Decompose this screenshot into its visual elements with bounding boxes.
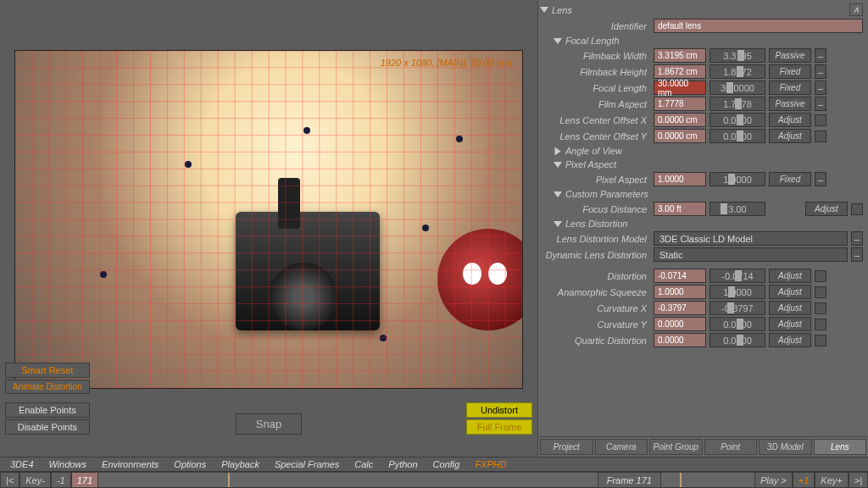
step-forward-button[interactable]: +1 [793, 472, 815, 488]
mode-adjust[interactable]: Adjust [769, 317, 811, 331]
go-to-start-button[interactable]: |< [0, 472, 19, 488]
tab-project[interactable]: Project [540, 439, 593, 455]
up-icon[interactable]: ∧ [849, 3, 863, 16]
mode-adjust[interactable]: Adjust [769, 129, 811, 143]
tab-camera[interactable]: Camera [595, 439, 648, 455]
checkbox[interactable] [815, 286, 826, 298]
filmback-width-slider[interactable]: 3.3195 [709, 48, 765, 63]
curvature-x-slider[interactable]: -0.3797 [709, 301, 765, 315]
filmback-height-slider[interactable]: 1.8672 [709, 64, 765, 79]
pixel-aspect-slider[interactable]: 1.0000 [709, 172, 765, 186]
focal-length-slider[interactable]: 30.0000 [709, 80, 765, 95]
menu-playback[interactable]: Playback [214, 458, 266, 470]
undistort-button[interactable]: Undistort [466, 402, 532, 418]
checkbox[interactable] [815, 130, 826, 142]
filmback-height-field[interactable]: 1.8672 cm [654, 64, 706, 79]
lens-section-header[interactable]: Lens∧ [540, 2, 863, 18]
lens-center-y-field[interactable]: 0.0000 cm [654, 129, 706, 143]
snap-button[interactable]: Snap [236, 413, 302, 435]
checkbox[interactable] [851, 203, 863, 215]
mode-adjust[interactable]: Adjust [805, 202, 848, 216]
quartic-field[interactable]: 0.0000 [654, 333, 706, 347]
tab-lens[interactable]: Lens [814, 439, 867, 455]
focus-distance-slider[interactable]: 3.00 [709, 202, 765, 216]
play-button[interactable]: Play > [754, 472, 793, 488]
lens-center-x-field[interactable]: 0.0000 cm [654, 113, 706, 127]
prev-key-button[interactable]: Key- [19, 472, 51, 488]
mode-adjust[interactable]: Adjust [769, 269, 811, 283]
viewport[interactable]: // draw simple uniform grid lines (funct… [14, 50, 523, 389]
mode-fixed[interactable]: Fixed [769, 172, 811, 186]
tab-point-group[interactable]: Point Group [649, 439, 703, 455]
quartic-slider[interactable]: 0.0000 [709, 333, 765, 347]
menu-config[interactable]: Config [426, 458, 467, 470]
distortion-field[interactable]: -0.0714 [654, 269, 706, 283]
mode-adjust[interactable]: Adjust [769, 285, 811, 299]
menu-calc[interactable]: Calc [348, 458, 380, 470]
go-to-end-button[interactable]: >| [849, 472, 868, 488]
menu-python[interactable]: Python [381, 458, 424, 470]
curvature-x-field[interactable]: -0.3797 [654, 301, 706, 315]
menu-options[interactable]: Options [167, 458, 213, 470]
ld-model-combo[interactable]: 3DE Classic LD Model [654, 231, 848, 246]
dash-button[interactable]: – [851, 231, 863, 246]
menu-windows[interactable]: Windows [42, 458, 94, 470]
animate-distortion-button[interactable]: Animate Distortion [5, 380, 90, 394]
film-aspect-field[interactable]: 1.7778 [654, 97, 706, 111]
curvature-y-slider[interactable]: 0.0000 [709, 317, 765, 331]
dash-button[interactable]: – [815, 97, 826, 111]
angle-of-view-header[interactable]: Angle of View [540, 144, 863, 158]
custom-params-header[interactable]: Custom Parameters [540, 187, 863, 201]
menu-fxphd[interactable]: FXPHD [468, 458, 513, 470]
focus-distance-field[interactable]: 3.00 ft [654, 202, 706, 216]
disable-points-button[interactable]: Disable Points [5, 419, 90, 435]
current-frame-field[interactable]: 171 [71, 472, 98, 488]
mode-adjust[interactable]: Adjust [769, 333, 811, 347]
checkbox[interactable] [815, 319, 826, 330]
mode-fixed[interactable]: Fixed [769, 80, 811, 95]
next-key-button[interactable]: Key+ [815, 472, 848, 488]
pixel-aspect-header[interactable]: Pixel Aspect [540, 158, 863, 171]
filmback-width-field[interactable]: 3.3195 cm [654, 48, 706, 63]
checkbox[interactable] [815, 302, 826, 314]
anamorphic-field[interactable]: 1.0000 [654, 285, 706, 299]
timeline-playhead[interactable] [680, 473, 682, 487]
checkbox[interactable] [815, 270, 826, 282]
enable-points-button[interactable]: Enable Points [5, 402, 90, 418]
identifier-field[interactable]: default lens [654, 19, 863, 33]
film-aspect-slider[interactable]: 1.7778 [709, 97, 765, 111]
timeline-playhead[interactable] [228, 473, 230, 487]
anamorphic-slider[interactable]: 1.0000 [709, 285, 765, 299]
curvature-y-field[interactable]: 0.0000 [654, 317, 706, 331]
mode-adjust[interactable]: Adjust [769, 113, 811, 127]
menu-special-frames[interactable]: Special Frames [268, 458, 346, 470]
dash-button[interactable]: – [815, 48, 826, 63]
checkbox[interactable] [815, 335, 826, 347]
mode-fixed[interactable]: Fixed [769, 64, 811, 79]
tab-3d-model[interactable]: 3D Model [759, 439, 812, 455]
lens-center-x-slider[interactable]: 0.0000 [709, 113, 765, 127]
tab-point[interactable]: Point [704, 439, 758, 455]
dash-button[interactable]: – [851, 247, 863, 262]
smart-reset-button[interactable]: Smart Reset [5, 363, 90, 378]
checkbox[interactable] [815, 114, 826, 126]
menu-3de4[interactable]: 3DE4 [3, 458, 41, 470]
mode-adjust[interactable]: Adjust [769, 301, 811, 315]
dash-button[interactable]: – [815, 64, 826, 79]
focal-length-header[interactable]: Focal Length [540, 34, 863, 47]
full-frame-button[interactable]: Full Frame [466, 419, 532, 435]
timeline-track-right[interactable] [661, 472, 754, 488]
focal-length-field[interactable]: 30.0000 mm [654, 80, 706, 95]
step-back-button[interactable]: -1 [51, 472, 71, 488]
dash-button[interactable]: – [815, 80, 826, 95]
pixel-aspect-field[interactable]: 1.0000 [654, 172, 706, 186]
dash-button[interactable]: – [815, 172, 826, 186]
lens-distortion-header[interactable]: Lens Distortion [540, 217, 863, 230]
dynamic-ld-combo[interactable]: Static [654, 247, 848, 262]
mode-passive[interactable]: Passive [769, 97, 811, 111]
mode-passive[interactable]: Passive [769, 48, 811, 63]
menu-environments[interactable]: Environments [95, 458, 165, 470]
distortion-slider[interactable]: -0.0714 [709, 269, 765, 283]
lens-center-y-slider[interactable]: 0.0000 [709, 129, 765, 143]
timeline-track[interactable] [98, 472, 598, 488]
